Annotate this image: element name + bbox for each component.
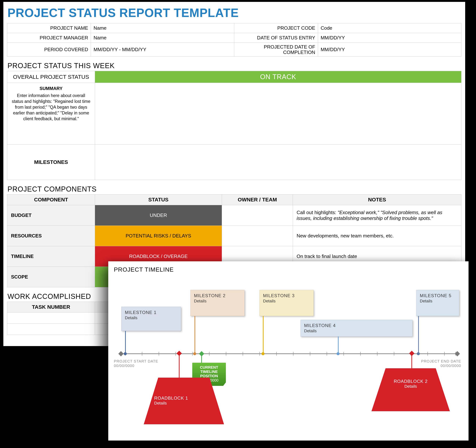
timeline-tick bbox=[276, 352, 277, 356]
meta-period[interactable]: MM/DD/YY - MM/DD/YY bbox=[91, 43, 234, 57]
milestone-card-2[interactable]: MILESTONE 2 Details bbox=[190, 290, 244, 316]
roadblock-stem bbox=[411, 355, 412, 368]
timeline-tick bbox=[394, 352, 394, 356]
timeline-stage: MILESTONE 1 Details MILESTONE 2 Details … bbox=[114, 275, 463, 439]
component-name: BUDGET bbox=[7, 205, 95, 226]
component-name: RESOURCES bbox=[7, 226, 95, 246]
milestone-card-1[interactable]: MILESTONE 1 Details bbox=[121, 307, 181, 331]
work-cell[interactable] bbox=[7, 312, 95, 324]
section-components: PROJECT COMPONENTS bbox=[7, 185, 461, 193]
overall-status-label: OVERALL PROJECT STATUS bbox=[7, 71, 95, 83]
meta-projected-label: PROJECTED DATE OF COMPLETION bbox=[234, 43, 318, 57]
component-notes[interactable]: New developments, new team members, etc. bbox=[293, 226, 461, 246]
timeline-tick bbox=[209, 352, 210, 356]
axis-end-label: PROJECT END DATE 00/00/0000 bbox=[421, 359, 461, 368]
milestone-dot bbox=[124, 352, 127, 355]
work-cell[interactable] bbox=[7, 324, 95, 335]
meta-project-code[interactable]: Code bbox=[318, 23, 461, 33]
milestone-stem bbox=[418, 316, 419, 353]
diamond-start-icon bbox=[118, 351, 124, 356]
timeline-tick bbox=[226, 352, 226, 356]
timeline-tick bbox=[327, 352, 327, 356]
status-week-table: OVERALL PROJECT STATUS ON TRACK SUMMARY … bbox=[7, 71, 461, 180]
component-name: TIMELINE bbox=[7, 246, 95, 267]
milestone-card-5[interactable]: MILESTONE 5 Details bbox=[416, 290, 459, 316]
component-owner[interactable] bbox=[222, 205, 293, 226]
col-notes: NOTES bbox=[293, 194, 461, 205]
section-status-week: PROJECT STATUS THIS WEEK bbox=[7, 62, 461, 70]
component-name: SCOPE bbox=[7, 267, 95, 287]
roadblock-card-2[interactable]: ROADBLOCK 2 Details bbox=[371, 368, 450, 411]
timeline-tick bbox=[243, 352, 243, 356]
milestone-dot bbox=[193, 352, 196, 355]
timeline-tick bbox=[159, 352, 159, 356]
meta-project-manager-label: PROJECT MANAGER bbox=[7, 33, 91, 43]
timeline-tick bbox=[444, 352, 445, 356]
timeline-tick bbox=[142, 352, 142, 356]
timeline-axis bbox=[119, 353, 457, 354]
milestone-stem bbox=[125, 331, 126, 353]
meta-projected[interactable]: MM/DD/YY bbox=[318, 43, 461, 57]
timeline-tick bbox=[343, 352, 344, 356]
component-row-budget: BUDGET UNDER Call out highlights: "Excep… bbox=[7, 205, 461, 226]
meta-period-label: PERIOD COVERED bbox=[7, 43, 91, 57]
meta-date-status-label: DATE OF STATUS ENTRY bbox=[234, 33, 318, 43]
milestone-stem bbox=[263, 316, 264, 353]
milestone-card-4[interactable]: MILESTONE 4 Details bbox=[300, 320, 413, 337]
milestone-stem bbox=[338, 337, 339, 353]
component-row-resources: RESOURCES POTENTIAL RISKS / DELAYS New d… bbox=[7, 226, 461, 246]
meta-project-manager[interactable]: Name bbox=[91, 33, 234, 43]
timeline-tick bbox=[310, 352, 310, 356]
summary-label: SUMMARY bbox=[40, 86, 62, 91]
summary-cell: SUMMARY Enter information here about ove… bbox=[7, 83, 95, 144]
milestones-label: MILESTONES bbox=[7, 144, 95, 180]
milestone-stem bbox=[194, 316, 195, 353]
component-status[interactable]: POTENTIAL RISKS / DELAYS bbox=[95, 226, 222, 246]
timeline-tick bbox=[260, 352, 260, 356]
col-owner: OWNER / TEAM bbox=[222, 194, 293, 205]
component-notes[interactable]: Call out highlights: "Exceptional work,"… bbox=[293, 205, 461, 226]
summary-hint: Enter information here about overall sta… bbox=[11, 93, 91, 122]
axis-start-label: PROJECT START DATE 00/00/0000 bbox=[114, 359, 158, 368]
current-stem bbox=[201, 355, 202, 363]
milestone-dot bbox=[261, 352, 265, 355]
component-owner[interactable] bbox=[222, 226, 293, 246]
timeline-tick bbox=[360, 352, 361, 356]
timeline-tick bbox=[176, 352, 176, 356]
timeline-panel: PROJECT TIMELINE MILESTONE 1 Details MIL… bbox=[108, 261, 469, 441]
meta-project-code-label: PROJECT CODE bbox=[234, 23, 318, 33]
col-status: STATUS bbox=[95, 194, 222, 205]
milestone-dot bbox=[337, 352, 340, 355]
roadblock-stem bbox=[179, 355, 180, 378]
page-title: PROJECT STATUS REPORT TEMPLATE bbox=[7, 6, 461, 20]
summary-entry[interactable] bbox=[95, 83, 461, 144]
meta-table: PROJECT NAME Name PROJECT CODE Code PROJ… bbox=[7, 23, 461, 57]
timeline-tick bbox=[427, 352, 428, 356]
meta-date-status[interactable]: MM/DD/YY bbox=[318, 33, 461, 43]
timeline-tick bbox=[293, 352, 294, 356]
col-task-number: TASK NUMBER bbox=[7, 302, 95, 312]
overall-status-value[interactable]: ON TRACK bbox=[95, 71, 461, 83]
component-status[interactable]: UNDER bbox=[95, 205, 222, 226]
timeline-tick bbox=[377, 352, 377, 356]
col-component: COMPONENT bbox=[7, 194, 95, 205]
timeline-title: PROJECT TIMELINE bbox=[114, 266, 463, 273]
milestones-entry[interactable] bbox=[95, 144, 461, 180]
meta-project-name-label: PROJECT NAME bbox=[7, 23, 91, 33]
meta-project-name[interactable]: Name bbox=[91, 23, 234, 33]
timeline-tick bbox=[192, 352, 193, 356]
milestone-dot bbox=[417, 352, 420, 355]
milestone-card-3[interactable]: MILESTONE 3 Details bbox=[260, 290, 314, 316]
